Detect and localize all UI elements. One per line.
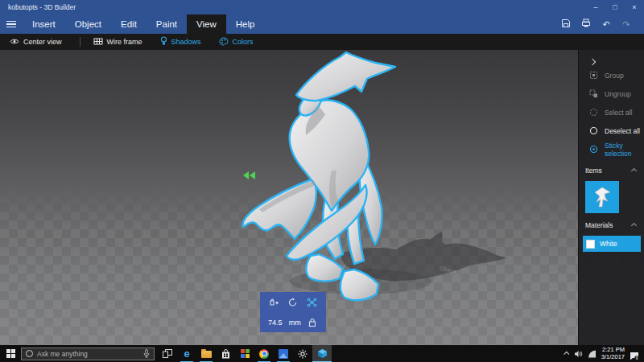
task-view-button[interactable]	[158, 345, 177, 362]
taskbar-mosaic-app-button[interactable]	[235, 345, 254, 362]
taskbar-settings-button[interactable]	[293, 345, 312, 362]
select-all-icon	[589, 108, 598, 117]
windows-logo-icon	[6, 349, 15, 358]
dimension-unit[interactable]: mm	[289, 319, 301, 327]
mosaic-tiles-icon	[241, 349, 250, 358]
tray-overflow-chevron-icon[interactable]	[564, 352, 569, 357]
volume-icon[interactable]	[574, 350, 583, 358]
start-button[interactable]	[0, 345, 21, 362]
lightbulb-icon	[160, 36, 167, 47]
search-placeholder: Ask me anything	[37, 350, 139, 358]
system-tray: 2:21 PM 3/1/2017 9	[565, 347, 644, 360]
selection-sidebar: Group Ungroup Select all Deselect all	[578, 50, 644, 345]
taskbar-chrome-button[interactable]	[254, 345, 274, 362]
3d-builder-window: kobutopts - 3D Builder – □ × Insert Obje…	[0, 0, 644, 362]
material-white-selected[interactable]: White	[583, 236, 641, 252]
windows-taskbar: Ask me anything e	[0, 345, 644, 362]
chrome-icon	[259, 349, 269, 359]
window-controls: – □ ×	[586, 0, 644, 14]
microphone-icon[interactable]	[143, 349, 150, 358]
taskbar-photos-button[interactable]	[274, 345, 293, 362]
minimize-button[interactable]: –	[586, 0, 605, 14]
wireframe-icon	[93, 38, 103, 47]
view-toolbar: Center view Wire frame Shadows Colors	[0, 34, 644, 50]
toolbar-separator	[80, 37, 80, 47]
transform-panel: 74.5 mm	[260, 292, 326, 332]
measure-arrows-icon	[243, 171, 255, 179]
redo-icon[interactable]: ↷	[620, 20, 633, 29]
items-section-header[interactable]: Items	[579, 163, 644, 178]
shadows-toggle[interactable]: Shadows	[160, 36, 201, 47]
taskbar-store-button[interactable]	[216, 345, 235, 362]
collapse-panel-button[interactable]	[579, 50, 644, 66]
item-model-preview	[590, 185, 614, 209]
menu-view[interactable]: View	[187, 14, 226, 34]
folder-icon	[201, 351, 212, 358]
lock-aspect-icon[interactable]	[308, 317, 318, 327]
colors-toggle[interactable]: Colors	[219, 37, 254, 47]
eye-icon	[10, 38, 19, 47]
print-icon[interactable]	[580, 19, 592, 30]
transform-mode-row	[260, 292, 326, 312]
select-all-button[interactable]: Select all	[579, 103, 644, 121]
menu-insert[interactable]: Insert	[23, 14, 65, 34]
undo-icon[interactable]: ↶	[600, 20, 613, 29]
save-icon[interactable]	[559, 19, 572, 30]
move-mode-button[interactable]	[269, 297, 279, 307]
wire-frame-button[interactable]: Wire frame	[93, 38, 142, 47]
deselect-all-button[interactable]: Deselect all	[579, 121, 644, 140]
rotate-mode-button[interactable]	[287, 297, 298, 307]
titlebar: kobutopts - 3D Builder – □ ×	[0, 0, 644, 14]
taskbar-clock[interactable]: 2:21 PM 3/1/2017	[601, 347, 625, 360]
menu-paint[interactable]: Paint	[147, 14, 187, 34]
item-thumbnail-selected[interactable]	[585, 181, 619, 213]
action-center-icon: 9	[630, 352, 639, 360]
taskbar-3d-builder-button-active[interactable]	[312, 345, 332, 362]
menu-help[interactable]: Help	[226, 14, 265, 34]
ungroup-icon	[589, 89, 598, 98]
gear-icon	[298, 349, 308, 359]
clock-date: 3/1/2017	[601, 354, 625, 361]
cortana-search-box[interactable]: Ask me anything	[21, 348, 155, 360]
chevron-up-icon	[631, 167, 637, 173]
cortana-icon	[26, 350, 33, 357]
close-button[interactable]: ×	[625, 0, 644, 14]
material-swatch	[586, 240, 595, 249]
photos-icon	[279, 349, 288, 359]
chevron-right-icon	[589, 58, 596, 64]
sticky-selection-toggle[interactable]: Sticky selection	[579, 140, 644, 158]
dimension-row: 74.5 mm	[260, 312, 326, 332]
chevron-up-icon	[631, 222, 637, 228]
taskbar-edge-button[interactable]: e	[177, 345, 196, 362]
palette-icon	[219, 37, 229, 47]
restore-button[interactable]: □	[605, 0, 625, 14]
center-view-button[interactable]: Center view	[10, 38, 62, 47]
window-title: kobutopts - 3D Builder	[8, 3, 76, 11]
materials-section-header[interactable]: Materials	[579, 218, 644, 232]
menu-edit[interactable]: Edit	[111, 14, 147, 34]
sticky-selection-icon	[589, 145, 598, 154]
dimension-value[interactable]: 74.5	[268, 319, 283, 327]
deselect-all-icon	[589, 126, 598, 135]
group-button[interactable]: Group	[579, 66, 644, 84]
3d-viewport[interactable]: 50mm Group Ungroup S	[0, 50, 644, 345]
action-center-button[interactable]: 9	[630, 349, 639, 358]
group-icon	[589, 71, 598, 80]
ungroup-button[interactable]: Ungroup	[579, 84, 644, 103]
3d-builder-cube-icon	[317, 348, 328, 359]
menu-quick-actions: ↶ ↷	[559, 14, 644, 34]
menu-object[interactable]: Object	[65, 14, 111, 34]
taskbar-file-explorer-button[interactable]	[196, 345, 216, 362]
edge-icon: e	[184, 348, 189, 359]
scale-mode-button-active[interactable]	[307, 297, 317, 307]
hamburger-menu-button[interactable]	[0, 14, 23, 34]
store-bag-icon	[221, 349, 230, 359]
network-icon[interactable]	[588, 350, 597, 358]
menu-bar: Insert Object Edit Paint View Help ↶ ↷	[0, 14, 644, 34]
